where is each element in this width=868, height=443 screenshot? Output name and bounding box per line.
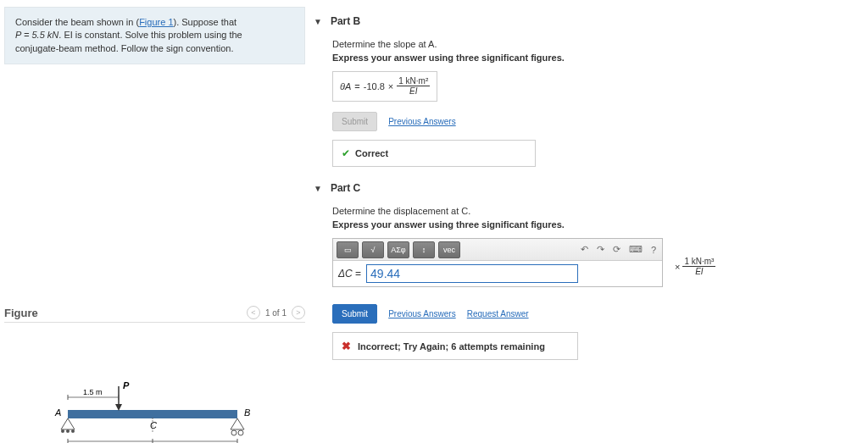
part-title: Part B	[331, 15, 360, 27]
unit-suffix: × 1 kN·m³EI	[675, 257, 715, 276]
svg-marker-9	[115, 404, 122, 411]
svg-text:B: B	[244, 407, 250, 418]
figure-link[interactable]: Figure 1	[139, 17, 173, 27]
feedback-text: Incorrect; Try Again; 6 attempts remaini…	[358, 341, 545, 352]
request-answer-link[interactable]: Request Answer	[467, 309, 529, 318]
part-c-section: ▼ Part C Determine the displacement at C…	[314, 182, 865, 360]
figure-prev-button[interactable]: <	[247, 306, 260, 319]
problem-text: . EI is constant. Solve this problem usi…	[58, 30, 242, 40]
caret-down-icon: ▼	[314, 17, 322, 26]
svg-point-6	[231, 430, 236, 435]
format-button[interactable]: ▭	[337, 241, 359, 258]
figure-title: Figure	[4, 307, 38, 319]
problem-statement: Consider the beam shown in (Figure 1). S…	[4, 7, 305, 64]
figure-next-button[interactable]: >	[292, 306, 305, 319]
feedback-correct: ✔ Correct	[332, 140, 536, 167]
vector-button[interactable]: vec	[438, 241, 460, 258]
feedback-text: Correct	[355, 148, 388, 158]
caret-down-icon: ▼	[314, 184, 322, 193]
problem-text: P = 5.5 kN	[15, 30, 58, 40]
svg-marker-5	[231, 418, 244, 429]
part-b-section: ▼ Part B Determine the slope at A. Expre…	[314, 15, 865, 167]
problem-text: ). Suppose that	[174, 17, 237, 27]
redo-icon[interactable]: ↷	[594, 244, 607, 255]
answer-input-c[interactable]	[366, 264, 578, 283]
subscript-button[interactable]: ↕	[413, 241, 435, 258]
svg-text:C: C	[150, 420, 157, 430]
svg-text:P: P	[123, 380, 130, 390]
svg-text:A: A	[54, 407, 61, 418]
answer-toolbar: ▭ √ ΑΣφ ↕ vec ↶ ↷ ⟳ ⌨ ?	[333, 239, 662, 261]
sqrt-button[interactable]: √	[362, 241, 384, 258]
instruction-text: Determine the slope at A.	[332, 39, 865, 49]
instruction-text: Determine the displacement at C.	[332, 206, 865, 216]
svg-marker-1	[61, 418, 75, 429]
beam-svg: P A B C 1.5 m 3 m 3 m	[51, 374, 254, 443]
undo-icon[interactable]: ↶	[578, 244, 591, 255]
instruction-bold: Express your answer using three signific…	[332, 219, 865, 230]
submit-button-c[interactable]: Submit	[332, 304, 377, 324]
submit-button-b: Submit	[332, 112, 377, 131]
instruction-bold: Express your answer using three signific…	[332, 53, 865, 63]
svg-point-2	[61, 429, 64, 433]
svg-text:1.5 m: 1.5 m	[83, 388, 103, 396]
previous-answers-link[interactable]: Previous Answers	[388, 117, 455, 126]
reset-icon[interactable]: ⟳	[610, 244, 623, 255]
problem-text: conjugate-beam method. Follow the sign c…	[15, 43, 233, 53]
help-icon[interactable]: ?	[648, 245, 659, 255]
keyboard-icon[interactable]: ⌨	[626, 244, 645, 255]
check-icon: ✔	[342, 147, 350, 159]
part-title: Part C	[331, 182, 360, 194]
svg-point-4	[71, 429, 75, 433]
svg-point-3	[66, 429, 70, 433]
part-c-header[interactable]: ▼ Part C	[314, 182, 865, 194]
figure-nav: < 1 of 1 >	[247, 306, 305, 319]
answer-widget: ▭ √ ΑΣφ ↕ vec ↶ ↷ ⟳ ⌨ ? ΔC =	[332, 238, 663, 287]
variable-label: ΔC	[338, 268, 353, 280]
x-icon: ✖	[342, 340, 351, 352]
figure-diagram: P A B C 1.5 m 3 m 3 m	[4, 374, 305, 443]
svg-point-7	[238, 430, 243, 435]
answer-display-b: θA = -10.8 × 1 kN·m²EI	[332, 71, 437, 102]
feedback-incorrect: ✖ Incorrect; Try Again; 6 attempts remai…	[332, 332, 578, 360]
part-b-header[interactable]: ▼ Part B	[314, 15, 865, 27]
previous-answers-link[interactable]: Previous Answers	[388, 309, 455, 318]
figure-nav-text: 1 of 1	[265, 308, 287, 318]
symbols-button[interactable]: ΑΣφ	[387, 241, 409, 258]
problem-text: Consider the beam shown in (	[15, 17, 139, 27]
